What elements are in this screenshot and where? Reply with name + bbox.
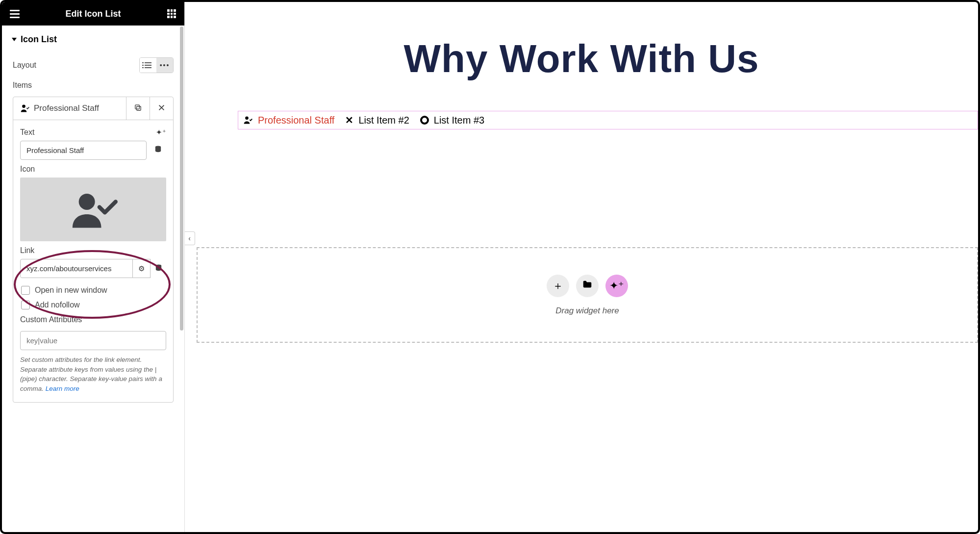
gear-icon: ⚙ [138,264,145,273]
sidebar-header: Edit Icon List [2,2,184,25]
dynamic-tags-button[interactable] [150,141,166,160]
svg-rect-1 [137,106,141,110]
icon-list-item-1-label: Professional Staff [258,115,334,126]
section-toggle-icon-list[interactable]: Icon List [2,25,184,53]
link-options-button[interactable]: ⚙ [133,259,151,278]
icon-list-item-3[interactable]: List Item #3 [420,115,484,126]
link-input[interactable] [20,259,133,278]
add-widget-button[interactable]: ＋ [547,275,569,297]
items-label-row: Items [2,77,184,94]
database-icon [154,264,163,274]
icon-list-widget[interactable]: Professional Staff ✕ List Item #2 List I… [238,111,978,129]
editor-canvas: ‹ Why Work With Us Professional Staff ✕ … [185,2,978,532]
icon-list-item-1[interactable]: Professional Staff [243,115,334,126]
layout-vertical-option[interactable] [140,58,156,73]
copy-icon [134,103,142,114]
folder-icon [582,279,593,293]
dot-circle-icon [420,116,429,125]
open-new-window-checkbox[interactable] [21,286,30,295]
icon-picker[interactable] [20,178,166,241]
menu-button[interactable] [7,6,23,22]
help-text: Set custom attributes for the link eleme… [20,355,166,393]
remove-item-button[interactable] [150,97,173,120]
sidebar-title: Edit Icon List [23,9,164,19]
sidebar-scroll[interactable]: Icon List Layout ••• Items [2,25,184,532]
custom-attributes-label: Custom Attributes [20,315,82,324]
hamburger-icon [10,10,20,18]
dropzone-actions: ＋ ✦⁺ [547,275,628,297]
user-check-icon [20,103,30,113]
section-title: Icon List [21,34,57,45]
dots-icon: ••• [160,61,170,69]
item-card: Professional Staff [13,97,174,403]
item-card-body: Text ✦⁺ Icon [13,120,173,402]
layout-label: Layout [13,61,36,70]
sparkle-icon: ✦⁺ [609,280,624,292]
add-template-button[interactable] [576,275,599,297]
chevron-left-icon: ‹ [188,234,191,242]
user-check-icon [243,115,253,125]
icon-list-item-2-label: List Item #2 [358,115,409,126]
list-icon [145,62,151,68]
open-new-window-label: Open in new window [35,286,107,295]
svg-point-0 [22,105,25,108]
widgets-button[interactable] [164,6,179,22]
icon-field-label: Icon [20,165,35,174]
times-icon: ✕ [345,114,353,126]
caret-down-icon [12,38,17,41]
editor-sidebar: Edit Icon List Icon List Layout ••• [2,2,185,532]
learn-more-link[interactable]: Learn more [46,385,79,392]
ai-sparkle-icon[interactable]: ✦⁺ [156,128,166,137]
layout-control-row: Layout ••• [2,53,184,77]
text-field-label: Text [20,128,34,137]
dropzone-label: Drag widget here [555,306,619,316]
collapse-sidebar-handle[interactable]: ‹ [185,231,195,245]
scrollbar[interactable] [180,26,183,331]
user-check-large-icon [66,187,120,231]
link-dynamic-button[interactable] [151,259,166,278]
database-icon [154,145,162,155]
icon-list-item-2[interactable]: ✕ List Item #2 [345,114,409,126]
item-card-header: Professional Staff [13,97,173,120]
add-nofollow-label: Add nofollow [35,301,80,309]
svg-rect-2 [135,104,140,109]
item-header-label: Professional Staff [34,103,99,113]
items-label: Items [13,81,32,90]
duplicate-item-button[interactable] [126,97,150,120]
plus-icon: ＋ [553,279,563,293]
add-ai-button[interactable]: ✦⁺ [605,275,628,297]
svg-point-6 [245,117,249,120]
apps-grid-icon [167,9,176,18]
page-heading: Why Work With Us [204,36,958,81]
custom-attributes-input[interactable] [20,331,166,350]
close-icon [157,103,166,114]
add-nofollow-checkbox[interactable] [21,301,30,309]
text-input[interactable] [20,141,147,160]
item-toggle[interactable]: Professional Staff [13,98,126,119]
icon-list-item-3-label: List Item #3 [434,115,484,126]
svg-point-4 [79,194,95,210]
widget-dropzone[interactable]: ＋ ✦⁺ Drag widget here [197,247,978,343]
layout-toggle: ••• [139,57,174,73]
link-field-label: Link [20,246,34,255]
layout-horizontal-option[interactable]: ••• [156,58,173,73]
